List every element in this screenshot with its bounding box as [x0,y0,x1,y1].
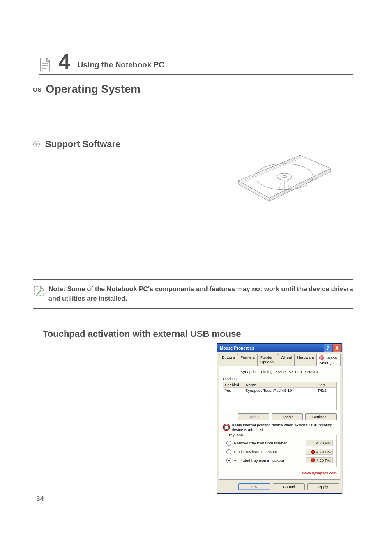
synaptics-logo-icon [319,355,324,360]
device-settings-pane: Synaptics Pointing Device - v7.12.9 19No… [219,366,340,480]
tab-buttons[interactable]: Buttons [219,354,238,366]
tab-wheel[interactable]: Wheel [278,354,295,366]
heading-support-software: Support Software [45,139,120,150]
radio-static-tray-label: Static tray icon in taskbar [234,449,277,454]
chapter-header: 4 Using the Notebook PC [39,51,353,75]
chapter-number: 4 [59,51,70,72]
heading-touchpad-activation: Touchpad activation with external USB mo… [43,329,241,339]
svg-point-6 [36,144,37,145]
tray-icon-legend: Tray Icon [226,433,244,437]
tab-strip: Buttons Pointers Pointer Options Wheel H… [217,352,342,366]
synaptics-static-icon [311,450,315,454]
cd-tray-illustration [234,152,333,205]
enable-button: Enable [238,413,269,420]
radio-animated-tray-label: Animated tray icon in taskbar [234,458,284,463]
col-header-enabled[interactable]: Enabled [223,382,244,388]
disable-internal-checkbox-row[interactable]: isable internal pointing device when ext… [223,423,337,432]
tray-preview-remove: 4:20 PM [306,440,333,446]
svg-point-5 [35,143,38,146]
device-row[interactable]: Yes Synaptics TouchPad V5.10 PS/2 [223,388,336,393]
tray-icon-group: Tray Icon Remove tray icon from taskbar … [223,435,337,467]
tab-pointers[interactable]: Pointers [238,354,258,366]
radio-remove-tray-label: Remove tray icon from taskbar [234,441,287,445]
heading-support-software-row: Support Software [33,139,120,150]
note-block: Note: Some of the Notebook PC's componen… [33,279,353,309]
dialog-footer: OK Cancel Apply [217,480,342,493]
chapter-title: Using the Notebook PC [78,60,164,72]
mouse-properties-dialog: Mouse Properties ? X Buttons Pointers Po… [217,343,342,494]
svg-rect-21 [311,461,315,462]
col-header-name[interactable]: Name [244,382,316,388]
radio-static-tray[interactable] [226,449,231,454]
dialog-titlebar[interactable]: Mouse Properties ? X [217,344,342,352]
ok-button[interactable]: OK [238,483,270,490]
device-port-value: PS/2 [316,388,336,393]
col-header-port[interactable]: Port [316,382,336,388]
svg-point-4 [34,141,40,147]
device-name-value: Synaptics TouchPad V5.10 [244,388,316,393]
svg-rect-20 [311,459,315,461]
disable-internal-checkbox[interactable] [224,425,229,430]
heading-operating-system: Operating System [46,83,141,96]
dialog-help-button[interactable]: ? [324,344,332,352]
highlight-circle-icon [223,424,230,431]
disable-internal-label: isable internal pointing device when ext… [232,423,337,432]
settings-button[interactable]: Settings... [305,413,337,420]
tab-device-settings[interactable]: Device Settings [316,354,341,366]
tab-pointer-options[interactable]: Pointer Options [257,354,278,366]
note-icon [33,285,44,297]
devices-label: Devices: [223,376,337,381]
page-number: 34 [36,495,44,503]
disc-bullet-icon [33,140,40,148]
tray-preview-static: 4:20 PM [306,449,333,455]
tab-hardware[interactable]: Hardware [294,354,317,366]
dialog-close-button[interactable]: X [333,344,341,352]
document-icon [39,57,51,72]
synaptics-link[interactable]: www.synaptics.com [302,471,337,475]
tray-preview-animated: 4:20 PM [306,457,333,463]
tray-time-2: 4:20 PM [316,449,331,454]
apply-button[interactable]: Apply [307,483,339,490]
tray-time-3: 4:20 PM [316,458,331,463]
touchpad-animated-icon [311,458,315,463]
heading-operating-system-row: OS Operating System [33,83,141,96]
svg-point-19 [311,450,315,454]
driver-version-line: Synaptics Pointing Device - v7.12.9 19No… [223,368,337,376]
tray-time-1: 4:20 PM [316,441,331,445]
radio-remove-tray[interactable] [226,441,231,446]
note-text: Note: Some of the Notebook PC's componen… [48,284,353,303]
devices-table: Enabled Name Port Yes Synaptics TouchPad… [223,382,337,410]
os-tag: OS [33,86,42,93]
device-enabled-value: Yes [223,388,244,393]
radio-animated-tray[interactable] [226,458,231,463]
cancel-button[interactable]: Cancel [273,483,305,490]
disable-button[interactable]: Disable [272,413,303,420]
dialog-title: Mouse Properties [220,346,323,350]
